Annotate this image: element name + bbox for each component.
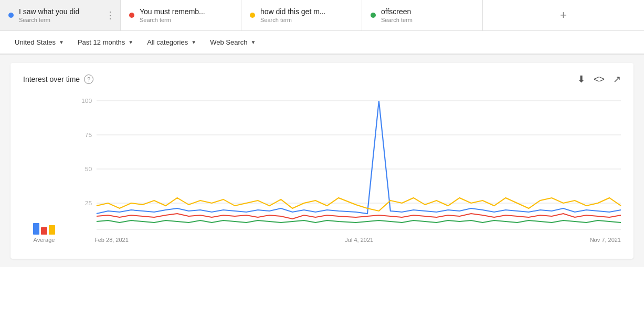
svg-text:50: 50: [85, 166, 92, 172]
chart-actions: ⬇ <> ↗: [577, 73, 621, 85]
share-icon[interactable]: ↗: [613, 73, 621, 85]
term-2-dot: [129, 13, 134, 18]
add-search-term-button[interactable]: +: [483, 0, 644, 30]
term-3-name: how did this get m...: [260, 7, 353, 16]
chart-legend: Average: [23, 219, 65, 243]
filter-category-chevron: ▼: [191, 39, 196, 45]
filter-category[interactable]: All categories ▼: [143, 36, 200, 48]
term-1-name: I saw what you did: [19, 7, 112, 16]
chart-title-area: Interest over time ?: [23, 75, 93, 84]
svg-text:25: 25: [85, 200, 92, 206]
chart-header: Interest over time ? ⬇ <> ↗: [23, 73, 621, 85]
term-1-dot: [8, 13, 14, 18]
chart-title: Interest over time: [23, 75, 80, 83]
x-label-1: Feb 28, 2021: [94, 237, 129, 243]
filter-country-label: United States: [15, 38, 56, 46]
term-3-text: how did this get m... Search term: [260, 7, 353, 23]
filter-time[interactable]: Past 12 months ▼: [73, 36, 138, 48]
chart-svg-wrapper: 100 75 50 25: [73, 96, 621, 234]
filter-time-chevron: ▼: [128, 39, 133, 45]
embed-icon[interactable]: <>: [594, 74, 605, 85]
filter-country[interactable]: United States ▼: [10, 36, 68, 48]
term-1-more-icon[interactable]: ⋮: [105, 10, 115, 20]
legend-bar-blue: [33, 223, 39, 235]
chart-x-labels: Feb 28, 2021 Jul 4, 2021 Nov 7, 2021: [73, 234, 621, 243]
add-icon: +: [560, 8, 567, 22]
filter-search-type[interactable]: Web Search ▼: [206, 36, 260, 48]
main-content: Interest over time ? ⬇ <> ↗ Average: [0, 55, 644, 267]
search-term-item-1[interactable]: I saw what you did Search term ⋮: [0, 0, 121, 30]
legend-bars: [33, 219, 55, 235]
search-terms-bar: I saw what you did Search term ⋮ You mus…: [0, 0, 644, 31]
chart-container: 100 75 50 25: [73, 96, 621, 243]
term-4-name: offscreen: [381, 7, 474, 16]
trend-chart-svg: 100 75 50 25: [73, 96, 621, 232]
legend-label: Average: [34, 237, 55, 243]
x-label-2: Jul 4, 2021: [345, 237, 373, 243]
svg-text:100: 100: [81, 98, 92, 103]
term-1-label: Search term: [19, 17, 112, 23]
term-4-dot: [371, 13, 376, 18]
term-2-name: You must rememb...: [140, 7, 233, 16]
term-3-dot: [250, 13, 255, 18]
download-icon[interactable]: ⬇: [577, 73, 585, 85]
legend-bar-red: [41, 227, 47, 235]
term-2-label: Search term: [140, 17, 233, 23]
legend-bar-yellow: [49, 225, 55, 235]
term-4-text: offscreen Search term: [381, 7, 474, 23]
term-2-text: You must rememb... Search term: [140, 7, 233, 23]
interest-over-time-card: Interest over time ? ⬇ <> ↗ Average: [10, 63, 634, 259]
filter-search-type-chevron: ▼: [250, 39, 256, 45]
filter-country-chevron: ▼: [59, 39, 64, 45]
x-label-3: Nov 7, 2021: [590, 237, 621, 243]
chart-area: Average 100 75 50 25: [23, 96, 621, 243]
term-1-text: I saw what you did Search term: [19, 7, 112, 23]
help-icon[interactable]: ?: [84, 75, 93, 84]
filter-category-label: All categories: [147, 38, 188, 46]
filter-time-label: Past 12 months: [78, 38, 125, 46]
search-term-item-3[interactable]: how did this get m... Search term: [241, 0, 362, 30]
term-4-label: Search term: [381, 17, 474, 23]
filter-bar: United States ▼ Past 12 months ▼ All cat…: [0, 31, 644, 55]
svg-text:75: 75: [85, 132, 92, 138]
term-3-label: Search term: [260, 17, 353, 23]
search-term-item-2[interactable]: You must rememb... Search term: [121, 0, 241, 30]
filter-search-type-label: Web Search: [210, 38, 247, 46]
search-term-item-4[interactable]: offscreen Search term: [362, 0, 483, 30]
